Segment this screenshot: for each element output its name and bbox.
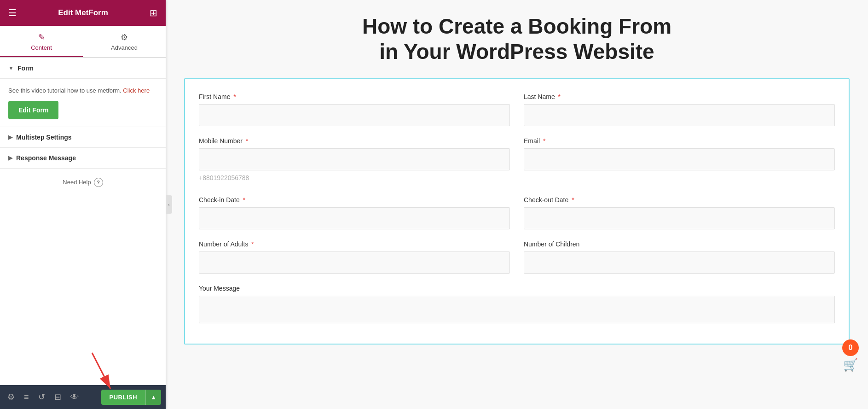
sidebar: ☰ Edit MetForm ⊞ ✎ Content ⚙ Advanced ▼ …: [0, 0, 166, 409]
checkout-date-label: Check-out Date *: [524, 196, 835, 204]
responsive-icon[interactable]: ⊟: [52, 389, 64, 405]
sidebar-header: ☰ Edit MetForm ⊞: [0, 0, 166, 26]
form-row-1: First Name * Last Name *: [199, 93, 835, 126]
adults-label: Number of Adults *: [199, 240, 510, 248]
first-name-label: First Name *: [199, 93, 510, 100]
publish-dropdown-button[interactable]: ▲: [145, 390, 161, 405]
checkout-date-input[interactable]: [524, 207, 835, 229]
children-field: Number of Children: [524, 240, 835, 274]
last-name-field: Last Name *: [524, 93, 835, 126]
checkin-date-field: Check-in Date *: [199, 196, 510, 229]
checkin-date-label: Check-in Date *: [199, 196, 510, 204]
form-row-4: Number of Adults * Number of Children: [199, 240, 835, 274]
mobile-number-input[interactable]: [199, 148, 510, 170]
grid-icon[interactable]: ⊞: [150, 7, 157, 18]
multistep-section-title: Multistep Settings: [16, 134, 72, 141]
bottom-toolbar: ⚙ ≡ ↺ ⊟ 👁 PUBLISH ▲: [0, 385, 166, 409]
last-name-label: Last Name *: [524, 93, 835, 100]
advanced-tab-label: Advanced: [111, 44, 138, 51]
advanced-tab-icon: ⚙: [121, 32, 128, 42]
sidebar-collapse-handle[interactable]: ‹: [166, 195, 172, 214]
help-circle-icon[interactable]: ?: [94, 178, 103, 187]
click-here-link[interactable]: Click here: [123, 87, 150, 94]
response-section-header[interactable]: ▶ Response Message: [0, 148, 166, 169]
sidebar-title: Edit MetForm: [58, 8, 108, 18]
checkin-date-input[interactable]: [199, 207, 510, 229]
page-title: How to Create a Booking From in Your Wor…: [184, 14, 850, 64]
phone-placeholder: +8801922056788: [199, 170, 510, 185]
mobile-number-field: Mobile Number * +8801922056788: [199, 137, 510, 185]
checkout-required: *: [572, 196, 574, 204]
hamburger-icon[interactable]: ☰: [8, 7, 17, 18]
message-input[interactable]: [199, 296, 835, 323]
email-required: *: [543, 137, 545, 145]
last-name-required: *: [558, 93, 561, 100]
message-field-row: Your Message: [199, 285, 835, 323]
first-name-field: First Name *: [199, 93, 510, 126]
response-chevron-icon: ▶: [8, 155, 12, 161]
form-section-body: See this video tutorial how to use metfo…: [0, 79, 166, 127]
children-input[interactable]: [524, 251, 835, 274]
form-section-title: Form: [17, 64, 34, 72]
form-section-header[interactable]: ▼ Form: [0, 58, 166, 79]
preview-icon[interactable]: 👁: [68, 390, 81, 405]
form-row-2: Mobile Number * +8801922056788 Email *: [199, 137, 835, 185]
publish-group: PUBLISH ▲: [101, 390, 161, 405]
message-label: Your Message: [199, 285, 835, 292]
edit-form-button[interactable]: Edit Form: [8, 101, 58, 119]
adults-input[interactable]: [199, 251, 510, 274]
adults-required: *: [251, 240, 254, 248]
checkin-required: *: [243, 196, 245, 204]
publish-button[interactable]: PUBLISH: [101, 390, 146, 405]
cart-badge[interactable]: 0: [842, 339, 859, 356]
cart-icon[interactable]: 🛒: [843, 358, 858, 372]
tab-advanced[interactable]: ⚙ Advanced: [83, 26, 166, 57]
tab-content[interactable]: ✎ Content: [0, 26, 83, 57]
cart-widget: 0 🛒: [842, 339, 859, 372]
mobile-required: *: [246, 137, 248, 145]
response-section-title: Response Message: [16, 154, 76, 162]
booking-form: First Name * Last Name * Mobile Number *: [184, 78, 850, 345]
children-label: Number of Children: [524, 240, 835, 248]
form-chevron-icon: ▼: [8, 65, 14, 71]
main-content: How to Create a Booking From in Your Wor…: [166, 0, 868, 409]
adults-field: Number of Adults *: [199, 240, 510, 274]
need-help-label: Need Help: [63, 179, 91, 186]
need-help-area: Need Help ?: [0, 169, 166, 196]
content-tab-icon: ✎: [38, 32, 45, 42]
multistep-chevron-icon: ▶: [8, 134, 12, 140]
last-name-input[interactable]: [524, 104, 835, 126]
settings-icon[interactable]: ⚙: [5, 389, 17, 405]
checkout-date-field: Check-out Date *: [524, 196, 835, 229]
layers-icon[interactable]: ≡: [21, 390, 32, 405]
email-label: Email *: [524, 137, 835, 145]
multistep-section-header[interactable]: ▶ Multistep Settings: [0, 127, 166, 148]
sidebar-content: ▼ Form See this video tutorial how to us…: [0, 58, 166, 385]
email-field: Email *: [524, 137, 835, 185]
first-name-required: *: [233, 93, 236, 100]
history-icon[interactable]: ↺: [35, 389, 48, 405]
sidebar-tabs: ✎ Content ⚙ Advanced: [0, 26, 166, 58]
help-text: See this video tutorial how to use metfo…: [8, 86, 157, 95]
content-tab-label: Content: [31, 44, 52, 51]
email-input[interactable]: [524, 148, 835, 170]
first-name-input[interactable]: [199, 104, 510, 126]
form-row-3: Check-in Date * Check-out Date *: [199, 196, 835, 229]
mobile-number-label: Mobile Number *: [199, 137, 510, 145]
